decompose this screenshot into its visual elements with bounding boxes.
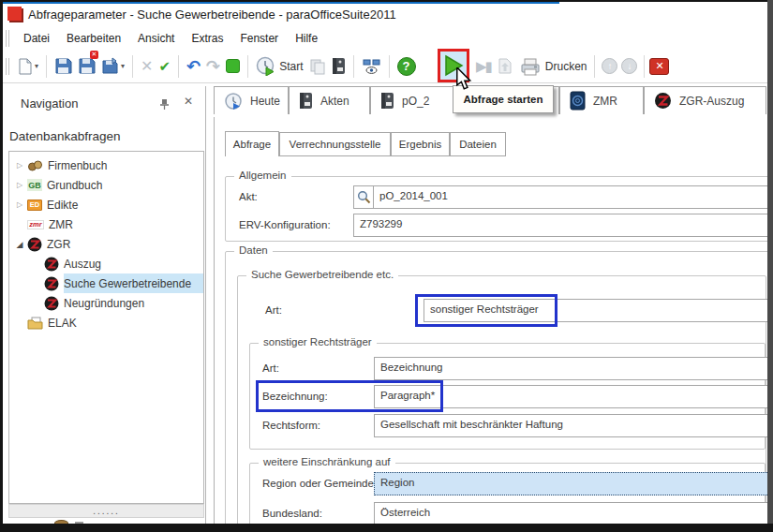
- window-border[interactable]: [767, 0, 773, 532]
- erv-konfiguration-field[interactable]: Z793299: [353, 214, 773, 237]
- panel-divider[interactable]: [205, 86, 206, 525]
- tree-item-label: Auszug: [64, 258, 101, 271]
- tree-item-label: ELAK: [48, 317, 77, 330]
- tree-item-grundbuch[interactable]: ▷ GB Grundbuch: [9, 175, 203, 195]
- art-field[interactable]: Bezeichnung: [374, 357, 773, 380]
- menu-extras[interactable]: Extras: [183, 30, 231, 47]
- tab-zgr-auszug[interactable]: ZGR-Auszug: [644, 86, 766, 114]
- toolbar-separator: [644, 55, 645, 78]
- save-button[interactable]: [52, 53, 74, 80]
- toolbar-separator: [389, 55, 390, 78]
- print-button[interactable]: Drucken: [517, 53, 589, 80]
- undo-icon: ↶: [186, 56, 201, 77]
- start-label: Start: [279, 60, 303, 73]
- toolbar-right: ▶▮ Drucken ↑ ↓ ✕: [473, 50, 669, 82]
- panel-splitter[interactable]: ......: [8, 504, 204, 518]
- move-down-button-disabled[interactable]: ↓: [621, 58, 637, 74]
- tree-item-elak[interactable]: ELAK: [9, 313, 203, 332]
- tab-ergebnis[interactable]: Ergebnis: [391, 132, 450, 156]
- close-x-icon: ✕: [655, 60, 663, 72]
- stop-button[interactable]: [224, 53, 242, 80]
- tab-label: ZMR: [593, 95, 617, 108]
- expand-arrow-icon[interactable]: ▷: [14, 181, 25, 189]
- tree-item-label: ZMR: [49, 218, 73, 231]
- selected-tree-item[interactable]: Suche Gewerbetreibende: [64, 273, 203, 293]
- new-document-button[interactable]: ▾: [16, 53, 40, 80]
- toolbar-bottom-border: [0, 82, 773, 83]
- menu-hilfe[interactable]: Hilfe: [287, 30, 326, 47]
- copy-button-disabled[interactable]: [307, 53, 328, 80]
- tab-abfrage[interactable]: Abfrage: [225, 131, 279, 156]
- close-button[interactable]: ✕: [649, 58, 669, 75]
- expand-arrow-icon[interactable]: ▷: [14, 200, 25, 209]
- bundesland-label: Bundesland:: [262, 508, 322, 519]
- chevron-down-icon: ▾: [121, 62, 125, 70]
- pin-icon[interactable]: [159, 97, 170, 114]
- group-label: Allgemein: [234, 170, 291, 181]
- tree-item-zmr[interactable]: zmr ZMR: [9, 214, 203, 234]
- tree-item-suche-gewerbetreibende[interactable]: Suche Gewerbetreibende: [9, 273, 203, 293]
- arrow-down-icon: ↓: [627, 61, 632, 71]
- rechtsform-field[interactable]: Gesellschaft mit beschränkter Haftung: [374, 414, 773, 437]
- tree-item-edikte[interactable]: ▷ ED Edikte: [9, 195, 203, 214]
- delete-button[interactable]: ✕: [139, 53, 155, 80]
- undo-button[interactable]: ↶: [185, 53, 202, 80]
- akt-search-button[interactable]: [353, 185, 374, 209]
- printer-icon: [519, 56, 542, 77]
- window-title: Abfrageparameter - Suche Gewerbetreibend…: [28, 7, 396, 22]
- step-forward-button[interactable]: ▶▮: [474, 53, 493, 80]
- workflow-view-button[interactable]: [360, 53, 383, 80]
- menu-datei[interactable]: Datei: [15, 30, 58, 47]
- group-label: Daten: [234, 244, 273, 256]
- export-up-icon: [497, 57, 513, 75]
- menu-fenster[interactable]: Fenster: [231, 30, 287, 47]
- menu-bearbeiten[interactable]: Bearbeiten: [58, 30, 129, 47]
- tree-item-zgr[interactable]: ◢ ZGR: [9, 234, 203, 254]
- tab-heute[interactable]: Heute: [214, 86, 289, 114]
- zmr-book-icon: [570, 91, 586, 111]
- zgr-icon: [27, 237, 42, 252]
- navigation-header: Datenbankabfragen: [9, 129, 121, 143]
- expand-arrow-icon[interactable]: ▷: [14, 161, 25, 170]
- tree-item-firmenbuch[interactable]: ▷ Firmenbuch: [9, 155, 203, 175]
- save-close-button[interactable]: ✕: [76, 53, 97, 80]
- bundesland-field[interactable]: Österreich: [374, 502, 773, 525]
- binder-button[interactable]: [330, 53, 348, 80]
- help-button[interactable]: ?: [395, 53, 418, 80]
- export-button-disabled[interactable]: [495, 53, 515, 80]
- tab-label: Heute: [250, 95, 280, 108]
- tab-akten[interactable]: Akten: [289, 86, 370, 114]
- tree-item-label: Neugründungen: [64, 297, 144, 310]
- akt-field[interactable]: pO_2014_001: [373, 185, 773, 209]
- redo-button[interactable]: ↷: [204, 53, 222, 80]
- tree-item-neugruendungen[interactable]: Neugründungen: [9, 293, 203, 313]
- window-border[interactable]: [0, 524, 773, 532]
- clock-icon: [224, 92, 243, 111]
- arrow-up-icon: ↑: [607, 61, 612, 71]
- tree-item-auszug[interactable]: Auszug: [9, 254, 203, 273]
- confirm-button[interactable]: ✔: [156, 53, 172, 80]
- tab-dateien[interactable]: Dateien: [450, 132, 506, 156]
- collapse-arrow-icon[interactable]: ◢: [14, 240, 25, 249]
- window-border: [0, 0, 3, 532]
- menu-ansicht[interactable]: Ansicht: [129, 30, 183, 47]
- zgr-icon: [44, 296, 59, 311]
- tab-verrechnungsstelle[interactable]: Verrechnungsstelle: [279, 132, 391, 156]
- tree-item-label: Suche Gewerbetreibende: [64, 277, 191, 290]
- tree-item-label: ZGR: [47, 238, 70, 251]
- check-icon: ✔: [158, 58, 171, 75]
- zgr-logo-icon: [654, 92, 672, 110]
- navigation-panel-title: Navigation: [21, 96, 78, 111]
- panel-close-icon[interactable]: ✕: [184, 95, 193, 108]
- save-icon: [54, 57, 72, 75]
- toolbar-grip: [6, 58, 9, 75]
- firmenbuch-icon: [27, 159, 43, 171]
- chevron-down-icon: ▾: [35, 62, 38, 70]
- move-up-button-disabled[interactable]: ↑: [602, 58, 617, 74]
- toolbar-separator: [46, 55, 47, 78]
- start-button[interactable]: Start: [254, 53, 305, 80]
- tab-zmr[interactable]: ZMR: [559, 86, 644, 114]
- save-as-button[interactable]: ▾: [99, 53, 126, 80]
- region-field[interactable]: Region: [374, 472, 773, 495]
- redo-icon: ↷: [206, 56, 220, 77]
